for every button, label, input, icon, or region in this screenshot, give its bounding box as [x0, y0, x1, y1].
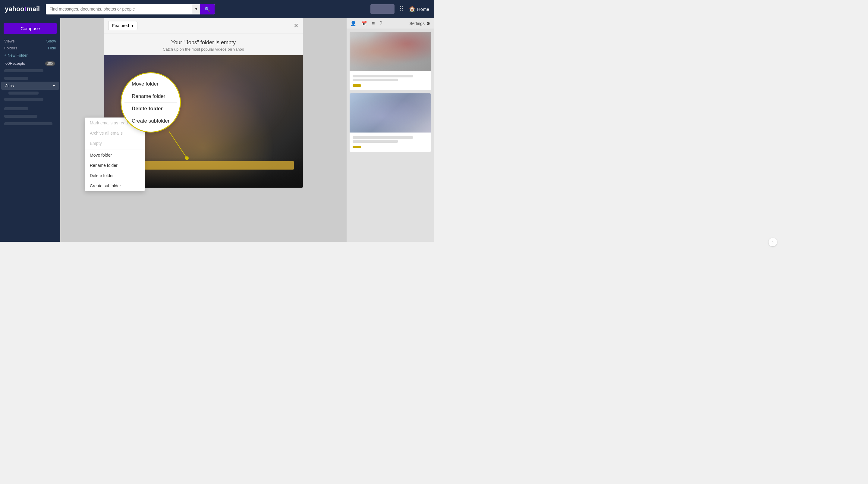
sidebar-placeholder-2 [4, 77, 28, 80]
folders-label: Folders [4, 46, 17, 50]
sidebar-placeholder-4 [4, 98, 43, 101]
settings-gear-icon: ⚙ [427, 21, 430, 26]
modal-empty-subtitle: Catch up on the most popular videos on Y… [104, 47, 303, 52]
chevron-icon: ▾ [53, 84, 55, 88]
top-navigation: yahoo!mail ▾ 🔍 ⠿ 🏠 Home [0, 0, 434, 18]
right-sidebar-cards [347, 29, 434, 240]
search-button[interactable]: 🔍 [200, 4, 215, 14]
news-card-2-blur [350, 93, 431, 132]
settings-button[interactable]: Settings ⚙ [409, 21, 430, 26]
news-card-1-button[interactable] [352, 84, 361, 87]
help-icon[interactable]: ? [379, 21, 382, 26]
nav-right: ⠿ 🏠 Home [370, 4, 429, 14]
news-card-1[interactable] [350, 32, 431, 90]
home-button[interactable]: 🏠 Home [409, 6, 429, 12]
modal-empty-title: Your "Jobs" folder is empty [104, 39, 303, 46]
folder-badge-00receipts: 250 [45, 61, 55, 66]
contacts-icon[interactable]: 👤 [350, 21, 356, 26]
sidebar-placeholder-5 [4, 107, 28, 110]
news-card-2-body [350, 132, 431, 152]
dropdown-chevron-icon: ▾ [131, 23, 133, 28]
modal-empty-message: Your "Jobs" folder is empty Catch up on … [104, 33, 303, 55]
right-sidebar: 👤 📅 ≡ ? Settings ⚙ [347, 18, 434, 242]
context-menu-item-move[interactable]: Move folder [85, 150, 145, 160]
context-menu: Mark emails as read Archive all emails E… [85, 118, 145, 191]
apps-grid-icon[interactable]: ⠿ [399, 5, 404, 13]
folders-section-header: Folders Hide [0, 44, 60, 52]
modal-header: Featured ▾ ✕ [104, 18, 303, 33]
sidebar: Compose Views Show Folders Hide + New Fo… [0, 18, 60, 242]
home-icon: 🏠 [409, 6, 415, 12]
news-card-1-image [350, 32, 431, 71]
sidebar-placeholder-6 [4, 115, 37, 118]
context-menu-item-delete[interactable]: Delete folder [85, 170, 145, 181]
sidebar-placeholder-3 [8, 92, 38, 95]
list-icon[interactable]: ≡ [372, 21, 375, 26]
sidebar-item-00receipts[interactable]: 00Receipts 250 [1, 59, 59, 67]
new-folder-button[interactable]: + New Folder [0, 52, 60, 59]
context-menu-item-mark-read: Mark emails as read [85, 118, 145, 128]
content-area: Featured ▾ ✕ Your "Jobs" folder is empty… [60, 18, 347, 242]
news-card-2[interactable] [350, 93, 431, 152]
context-menu-item-rename[interactable]: Rename folder [85, 160, 145, 170]
views-show-action[interactable]: Show [46, 39, 56, 43]
modal-close-button[interactable]: ✕ [293, 22, 299, 29]
search-bar: ▾ 🔍 [46, 4, 215, 14]
views-section-header: Views Show [0, 38, 60, 44]
search-input[interactable] [46, 4, 192, 14]
yahoo-logo: yahoo!mail [5, 5, 40, 13]
main-layout: Compose Views Show Folders Hide + New Fo… [0, 18, 434, 242]
news-card-1-body [350, 71, 431, 90]
views-label: Views [4, 39, 14, 43]
context-menu-divider [85, 149, 145, 150]
featured-dropdown-label: Featured [112, 23, 129, 28]
context-menu-item-archive: Archive all emails [85, 128, 145, 138]
folder-name-00receipts: 00Receipts [5, 61, 25, 66]
sidebar-item-jobs[interactable]: Jobs ▾ [1, 82, 59, 90]
avatar [370, 4, 395, 14]
featured-dropdown[interactable]: Featured ▾ [108, 21, 137, 30]
news-card-2-line-2 [352, 140, 398, 143]
news-card-1-line-2 [352, 78, 398, 81]
folder-name-jobs: Jobs [5, 84, 13, 88]
context-menu-item-create-subfolder[interactable]: Create subfolder [85, 181, 145, 191]
calendar-icon[interactable]: 📅 [361, 21, 367, 26]
folders-hide-action[interactable]: Hide [48, 46, 56, 50]
sidebar-placeholder-7 [4, 122, 53, 125]
news-card-2-button[interactable] [352, 146, 361, 148]
news-card-1-blur [350, 32, 431, 71]
right-sidebar-toolbar: 👤 📅 ≡ ? Settings ⚙ [347, 18, 434, 29]
news-card-2-line-1 [352, 136, 413, 139]
new-folder-label: + New Folder [4, 53, 28, 58]
context-menu-item-empty: Empty [85, 138, 145, 149]
compose-button[interactable]: Compose [4, 23, 57, 34]
home-label: Home [417, 7, 429, 12]
search-dropdown-button[interactable]: ▾ [192, 4, 200, 13]
news-card-2-image [350, 93, 431, 132]
sidebar-placeholder-1 [4, 69, 43, 72]
news-card-1-line-1 [352, 75, 413, 77]
settings-label: Settings [409, 21, 425, 26]
